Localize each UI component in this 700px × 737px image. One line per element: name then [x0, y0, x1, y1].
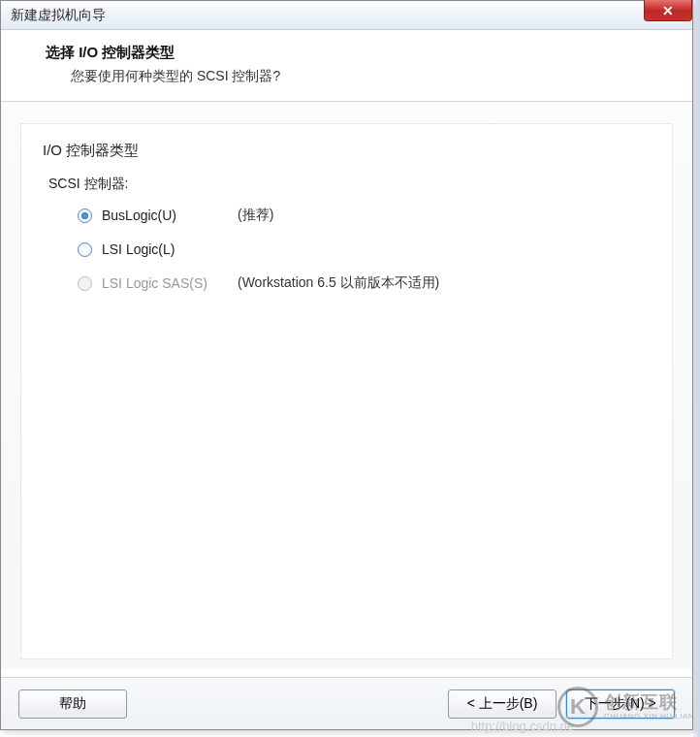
- wizard-header: 选择 I/O 控制器类型 您要使用何种类型的 SCSI 控制器?: [1, 30, 692, 102]
- radio-option-lsilogic[interactable]: LSI Logic(L): [43, 241, 651, 257]
- radio-icon: [78, 208, 92, 223]
- radio-label: BusLogic(U): [102, 208, 238, 223]
- radio-extra: (Workstation 6.5 以前版本不适用): [238, 274, 439, 292]
- radio-icon: [78, 242, 92, 257]
- next-button[interactable]: 下一步(N) >: [566, 689, 675, 719]
- window-right-edge: [693, 0, 700, 737]
- wizard-footer: 帮助 < 上一步(B) 下一步(N) >: [1, 677, 692, 729]
- content-panel: I/O 控制器类型 SCSI 控制器: BusLogic(U) (推荐) LSI…: [20, 123, 673, 659]
- close-button[interactable]: ✕: [644, 0, 692, 21]
- back-button[interactable]: < 上一步(B): [448, 689, 557, 719]
- radio-option-buslogic[interactable]: BusLogic(U) (推荐): [43, 207, 651, 224]
- wizard-content: I/O 控制器类型 SCSI 控制器: BusLogic(U) (推荐) LSI…: [1, 102, 692, 669]
- close-icon: ✕: [662, 4, 674, 17]
- header-title: 选择 I/O 控制器类型: [46, 44, 667, 62]
- window-title: 新建虚拟机向导: [11, 7, 106, 24]
- radio-icon: [78, 276, 92, 291]
- header-subtitle: 您要使用何种类型的 SCSI 控制器?: [46, 68, 667, 85]
- wizard-window: 新建虚拟机向导 ✕ 选择 I/O 控制器类型 您要使用何种类型的 SCSI 控制…: [0, 0, 693, 730]
- help-button[interactable]: 帮助: [18, 689, 127, 719]
- radio-option-lsilogic-sas: LSI Logic SAS(S) (Workstation 6.5 以前版本不适…: [43, 274, 651, 292]
- group-label: SCSI 控制器:: [43, 176, 651, 193]
- radio-label: LSI Logic SAS(S): [102, 275, 238, 291]
- section-title: I/O 控制器类型: [43, 142, 651, 160]
- radio-label: LSI Logic(L): [102, 241, 238, 257]
- titlebar: 新建虚拟机向导 ✕: [1, 1, 692, 30]
- radio-extra: (推荐): [238, 207, 273, 224]
